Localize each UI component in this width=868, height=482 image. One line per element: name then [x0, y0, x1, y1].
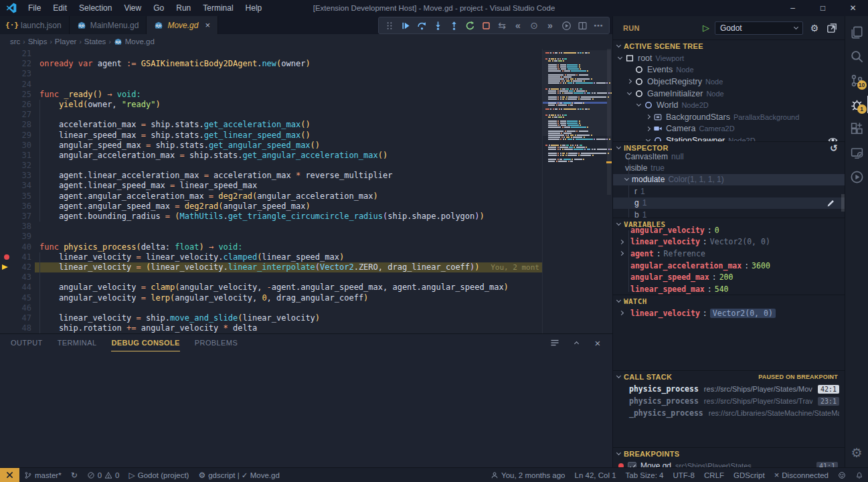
tab-move-gd[interactable]: Move.gd× [147, 16, 218, 34]
swap-icon[interactable]: ⇆ [494, 18, 510, 33]
code-line-27[interactable]: 27 [0, 110, 612, 120]
scene-node-gameinitializer[interactable]: GameInitializerNode [613, 88, 845, 100]
chevron-right-icon[interactable] [620, 311, 628, 315]
status-feedback[interactable] [833, 468, 851, 482]
code-line-22[interactable]: 22onready var agent := GSAIKinematicBody… [0, 59, 612, 69]
line-number[interactable]: 26 [0, 100, 31, 110]
status-notifications[interactable] [851, 468, 868, 482]
close-panel-icon[interactable]: × [592, 337, 603, 348]
line-number[interactable]: 22 [0, 59, 31, 69]
status-encoding[interactable]: UTF-8 [668, 468, 699, 482]
line-number[interactable]: 29 [0, 131, 31, 141]
stop-icon[interactable] [478, 18, 494, 33]
status-cursor-position[interactable]: Ln 42, Col 1 [570, 468, 621, 482]
gear-icon[interactable]: ⚙ [808, 22, 820, 34]
panel-tab-output[interactable]: OUTPUT [11, 335, 43, 351]
menu-view[interactable]: View [118, 0, 147, 16]
status-language-mode[interactable]: GDScript [729, 468, 770, 482]
code-line-38[interactable]: 38 [0, 222, 612, 232]
breadcrumb-item[interactable]: Player [55, 37, 77, 46]
code-line-23[interactable]: 23 [0, 69, 612, 79]
line-number[interactable]: 46 [0, 303, 31, 313]
active-scene-tree-header[interactable]: ACTIVE SCENE TREE [613, 40, 845, 52]
menu-file[interactable]: File [22, 0, 47, 16]
line-number[interactable]: 35 [0, 191, 31, 202]
code-line-32[interactable]: 32 [0, 161, 612, 171]
variable-angular_speed_max[interactable]: angular_speed_max:200 [613, 271, 845, 283]
code-line-33[interactable]: 33agent.linear_acceleration_max = accele… [0, 171, 612, 181]
chevron-right-icon[interactable] [627, 79, 632, 84]
vscode-logo-icon[interactable] [6, 3, 17, 13]
minimap[interactable] [545, 50, 604, 333]
code-line-45[interactable]: 45angular_velocity = lerp(angular_veloci… [0, 293, 612, 303]
line-number[interactable]: 25 [0, 90, 31, 100]
breakpoint-item[interactable]: Move.gdsrc\Ships\Player\States41:1 [613, 460, 845, 467]
code-line-21[interactable]: 21 [0, 49, 612, 59]
chevron-right-icon[interactable] [646, 127, 650, 131]
stack-frame-1[interactable]: physics_processres://src/Ships/Player/St… [613, 395, 845, 407]
code-line-29[interactable]: 29linear_speed_max = ship.stats.get_line… [0, 131, 612, 141]
activity-settings[interactable]: ⚙ [845, 440, 868, 465]
close-tab-icon[interactable]: × [205, 20, 210, 30]
watch-linear_velocity[interactable]: linear_velocity:Vector2(0, 0) [613, 307, 845, 319]
scene-node-events[interactable]: EventsNode [613, 64, 845, 76]
activity-play-circle[interactable] [845, 165, 868, 189]
scene-node-stationspawner[interactable]: StationSpawnerNode2D [613, 135, 845, 141]
line-number[interactable]: 48 [0, 323, 31, 333]
panel-filter-icon[interactable] [549, 337, 560, 348]
menu-edit[interactable]: Edit [47, 0, 73, 16]
chevron-right-icon[interactable] [646, 114, 650, 119]
status-connection-status[interactable]: ×Disconnected [770, 468, 833, 482]
activity-remote[interactable] [845, 141, 868, 165]
breadcrumb-item[interactable]: Move.gd [125, 37, 155, 46]
status-eol[interactable]: CRLF [699, 468, 729, 482]
code-line-40[interactable]: 40func physics_process(delta: float) → v… [0, 242, 612, 252]
line-number[interactable]: 23 [0, 69, 31, 79]
breadcrumb-item[interactable]: States [84, 37, 106, 46]
variable-angular_velocity[interactable]: angular_velocity:0 [613, 224, 845, 236]
code-line-24[interactable]: 24 [0, 80, 612, 90]
line-number[interactable]: 31 [0, 151, 31, 161]
chevron-right-icon[interactable] [620, 240, 628, 244]
chevron-down-icon[interactable] [624, 176, 629, 181]
variable-agent[interactable]: agent:Reference [613, 248, 845, 260]
status-problems[interactable]: 00 [82, 468, 124, 482]
breadcrumb-item[interactable]: src [10, 37, 20, 46]
more-icon[interactable]: ⋯ [590, 18, 606, 33]
step-over-icon[interactable] [414, 18, 430, 33]
code-line-31[interactable]: 31angular_acceleration_max = ship.stats.… [0, 151, 612, 161]
code-line-46[interactable]: 46 [0, 303, 612, 313]
line-number[interactable]: 47 [0, 313, 31, 323]
line-number[interactable]: 44 [0, 283, 31, 293]
line-number[interactable]: 30 [0, 141, 31, 151]
line-number[interactable]: 37 [0, 212, 31, 222]
code-line-25[interactable]: 25func _ready() → void: [0, 90, 612, 100]
activity-search[interactable] [845, 44, 868, 68]
menu-selection[interactable]: Selection [73, 0, 118, 16]
code-line-39[interactable]: 39 [0, 232, 612, 242]
code-line-26[interactable]: 26yield(owner, "ready") [0, 100, 612, 110]
inspector-row-visible[interactable]: visibletrue [613, 162, 845, 173]
panel-tab-problems[interactable]: PROBLEMS [195, 335, 238, 351]
breadcrumb[interactable]: src›Ships›Player›States›Move.gd [0, 34, 612, 49]
menu-terminal[interactable]: Terminal [197, 0, 239, 16]
status-git-branch[interactable]: master* [19, 468, 66, 482]
code-line-43[interactable]: 43 [0, 272, 612, 283]
status-godot-run[interactable]: ▷Godot (project) [124, 468, 194, 482]
variable-linear_speed_max[interactable]: linear_speed_max:540 [613, 283, 845, 295]
inspector-row-canvasitem[interactable]: CanvasItemnull [613, 151, 845, 162]
code-line-42[interactable]: You, 2 mont42linear_velocity = (linear_v… [0, 262, 612, 272]
restart-icon[interactable] [462, 18, 478, 33]
open-launch-config-icon[interactable] [826, 22, 838, 34]
code-line-34[interactable]: 34agent.linear_speed_max = linear_speed_… [0, 181, 612, 191]
line-number[interactable]: 33 [0, 171, 31, 181]
line-number[interactable]: 34 [0, 181, 31, 191]
scene-node-world[interactable]: WorldNode2D [613, 99, 845, 111]
inspector-row-b[interactable]: b1 [613, 209, 845, 218]
variable-angular_acceleration_max[interactable]: angular_acceleration_max:3600 [613, 260, 845, 272]
eye-icon[interactable] [828, 135, 838, 141]
line-number[interactable]: 38 [0, 222, 31, 232]
chevron-right-icon[interactable] [620, 252, 628, 255]
continue-icon[interactable] [398, 18, 414, 33]
record-icon[interactable]: ⊙ [526, 18, 542, 33]
